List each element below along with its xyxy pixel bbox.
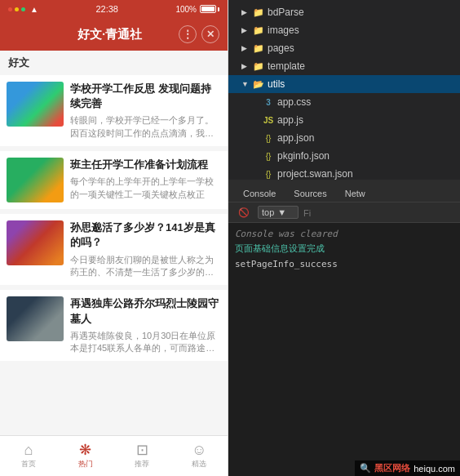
status-time: 22:38	[95, 4, 118, 14]
console-line: 页面基础信息设置完成	[235, 242, 453, 255]
dot-yellow	[15, 7, 19, 11]
article-title: 再遇独库公路乔尔玛烈士陵园守墓人	[70, 296, 221, 326]
section-label: 好文	[0, 51, 228, 75]
article-title: 孙思邈活了多少岁？141岁是真的吗？	[70, 220, 221, 250]
battery-bar	[200, 5, 216, 13]
file-tree: ▶ 📁 bdParse ▶ 📁 images ▶ 📁 pages ▶ 📁 tem…	[228, 0, 460, 180]
nav-home[interactable]: ⌂ 首页	[0, 436, 57, 476]
status-right: 100%	[175, 5, 219, 14]
ide-panel: ▶ 📁 bdParse ▶ 📁 images ▶ 📁 pages ▶ 📁 tem…	[228, 0, 460, 476]
header-icons: ⋮ ✕	[179, 25, 219, 43]
json-file-icon: {}	[263, 150, 274, 162]
article-excerpt: 每个学年的上学年开的上学年一学校的一项关键性工一项关键枚点枚正	[70, 176, 221, 201]
nav-selected[interactable]: ☺ 精选	[170, 436, 228, 476]
nav-home-label: 首页	[21, 459, 36, 469]
console-tabs: Console Sources Netw	[228, 180, 460, 202]
tree-item-label: bdParse	[268, 7, 304, 18]
tab-console[interactable]: Console	[235, 185, 284, 202]
article-excerpt: 转眼间，学校开学已经一个多月了。因百这段时间工作的点点滴滴，我心里有很多感...	[70, 114, 221, 140]
watermark: 🔍 黑区网络 heiqu.com	[355, 460, 460, 476]
tree-item-pkginfo[interactable]: {} pkginfo.json	[228, 147, 460, 165]
tree-item-label: pkginfo.json	[277, 150, 330, 162]
nav-hot-label: 热门	[78, 459, 93, 469]
console-context-select[interactable]: top ▼	[258, 206, 299, 219]
tree-item-label: images	[268, 24, 299, 36]
chevron-right-icon: ▶	[241, 62, 250, 70]
watermark-brand: 黑区网络	[374, 462, 410, 474]
console-area: Console Sources Netw 🚫 top ▼ Console was…	[228, 180, 460, 476]
tree-item-pages[interactable]: ▶ 📁 pages	[228, 39, 460, 57]
recommend-icon: ⊡	[136, 443, 148, 457]
chevron-right-icon: ▶	[241, 26, 250, 34]
js-file-icon: JS	[263, 114, 274, 126]
tree-item-app-json[interactable]: {} app.json	[228, 129, 460, 147]
console-line: Console was cleared	[235, 228, 453, 240]
wifi-icon: ▲	[30, 5, 38, 14]
article-thumbnail	[7, 220, 64, 265]
tree-item-label: pages	[268, 42, 294, 54]
chevron-down-icon: ▼	[277, 207, 286, 217]
article-title: 学校开学工作反思 发现问题持续完善	[70, 82, 221, 111]
tree-item-utils[interactable]: ▼ 📂 utils	[228, 75, 460, 93]
folder-icon: 📁	[253, 7, 264, 18]
battery-tip	[218, 7, 219, 11]
folder-icon: 📁	[253, 60, 264, 72]
article-list: 学校开学工作反思 发现问题持续完善 转眼间，学校开学已经一个多月了。因百这段时间…	[0, 75, 228, 435]
console-line: setPageInfo_success	[235, 258, 453, 270]
console-toolbar: 🚫 top ▼	[228, 202, 460, 223]
article-excerpt: 今日要给朋友们聊的是被世人称之为药王的、不清楚一生活了多少岁的孙思邈，有...	[70, 254, 221, 279]
folder-icon: 📁	[253, 42, 264, 54]
article-title: 班主任开学工作准备计划流程	[70, 158, 221, 172]
tree-item-images[interactable]: ▶ 📁 images	[228, 21, 460, 39]
article-thumbnail	[7, 158, 64, 202]
more-button[interactable]: ⋮	[179, 25, 197, 43]
nav-recommend[interactable]: ⊡ 推荐	[114, 436, 171, 476]
tree-item-label: utils	[268, 78, 285, 90]
json-file-icon: {}	[263, 132, 274, 144]
tree-item-label: app.css	[277, 96, 311, 108]
selected-icon: ☺	[192, 443, 206, 457]
list-item[interactable]: 班主任开学工作准备计划流程 每个学年的上学年开的上学年一学校的一项关键性工一项关…	[0, 151, 228, 209]
nav-hot[interactable]: ❋ 热门	[57, 436, 114, 476]
console-filter	[303, 205, 453, 220]
tree-item-bdparse[interactable]: ▶ 📁 bdParse	[228, 3, 460, 21]
watermark-icon: 🔍	[360, 463, 371, 474]
tree-item-template[interactable]: ▶ 📁 template	[228, 57, 460, 75]
list-item[interactable]: 学校开学工作反思 发现问题持续完善 转眼间，学校开学已经一个多月了。因百这段时间…	[0, 75, 228, 146]
tree-item-label: template	[268, 60, 305, 72]
tree-item-label: app.json	[277, 132, 314, 144]
article-content: 班主任开学工作准备计划流程 每个学年的上学年开的上学年一学校的一项关键性工一项关…	[70, 158, 221, 201]
dot-green	[21, 7, 25, 11]
tree-item-label: project.swan.json	[277, 168, 353, 180]
tree-item-project-swan[interactable]: {} project.swan.json	[228, 165, 460, 180]
css-file-icon: 3	[263, 96, 274, 108]
tree-item-app-js[interactable]: JS app.js	[228, 111, 460, 129]
nav-recommend-label: 推荐	[135, 459, 149, 469]
battery-percent: 100%	[175, 5, 197, 14]
close-button[interactable]: ✕	[201, 25, 219, 43]
console-clear-button[interactable]: 🚫	[235, 206, 253, 220]
console-content: Console was cleared 页面基础信息设置完成 setPageIn…	[228, 223, 460, 476]
hot-icon: ❋	[79, 443, 91, 457]
app-header: 好文·青通社 ⋮ ✕	[0, 18, 228, 51]
list-item[interactable]: 再遇独库公路乔尔玛烈士陵园守墓人 再遇英雄陈俊良，10月30日在单位原本是打45…	[0, 290, 228, 361]
article-thumbnail	[7, 82, 64, 127]
chevron-right-icon: ▶	[241, 44, 250, 52]
tab-sources[interactable]: Sources	[285, 185, 334, 202]
bottom-nav: ⌂ 首页 ❋ 热门 ⊡ 推荐 ☺ 精选	[0, 435, 228, 476]
chevron-down-icon: ▼	[241, 80, 250, 88]
console-filter-input[interactable]	[303, 208, 453, 218]
folder-icon: 📁	[253, 24, 264, 36]
dot-red	[8, 7, 12, 11]
watermark-url: heiqu.com	[414, 464, 455, 474]
home-icon: ⌂	[24, 443, 33, 457]
tree-item-app-css[interactable]: 3 app.css	[228, 93, 460, 111]
mobile-panel: ▲ 22:38 100% 好文·青通社 ⋮ ✕ 好文 学校开学工作反思 发现问	[0, 0, 228, 476]
chevron-right-icon: ▶	[241, 8, 250, 16]
app-title: 好文·青通社	[41, 27, 179, 42]
folder-open-icon: 📂	[253, 78, 264, 90]
article-content: 孙思邈活了多少岁？141岁是真的吗？ 今日要给朋友们聊的是被世人称之为药王的、不…	[70, 220, 221, 278]
list-item[interactable]: 孙思邈活了多少岁？141岁是真的吗？ 今日要给朋友们聊的是被世人称之为药王的、不…	[0, 214, 228, 285]
tab-network[interactable]: Netw	[337, 185, 374, 202]
json-file-icon: {}	[263, 168, 274, 180]
